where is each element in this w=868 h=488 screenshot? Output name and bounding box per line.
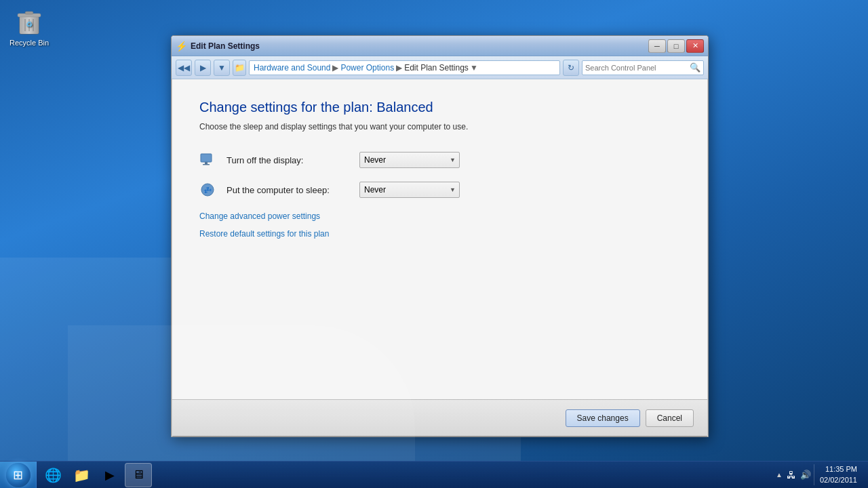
breadcrumb-dropdown[interactable]: ▼	[469, 63, 479, 73]
sleep-label: Put the computer to sleep:	[226, 185, 349, 195]
start-button[interactable]: ⊞	[0, 462, 37, 489]
desktop: ♻ Recycle Bin ⚡ Edit Plan Settings ─ □ ✕	[0, 0, 868, 488]
start-orb: ⊞	[6, 463, 31, 487]
display-icon	[199, 152, 216, 168]
svg-rect-10	[203, 164, 210, 165]
recent-pages-button[interactable]: ▼	[214, 60, 230, 76]
taskbar-ie[interactable]: 🌐	[39, 463, 66, 487]
page-title: Change settings for the plan: Balanced	[199, 100, 680, 115]
page-subtitle: Choose the sleep and display settings th…	[199, 122, 680, 131]
breadcrumb-bar: Hardware and Sound ▶ Power Options ▶ Edi…	[249, 60, 560, 75]
sleep-setting-row: 💤 Put the computer to sleep: 1 minute 2 …	[199, 182, 680, 198]
ie-icon: 🌐	[45, 467, 62, 483]
taskbar-control-panel[interactable]: 🖥	[125, 463, 152, 487]
window-controls: ─ □ ✕	[648, 39, 704, 53]
explorer-icon: 📁	[73, 467, 90, 483]
recycle-bin-label: Recycle Bin	[9, 39, 49, 47]
save-changes-button[interactable]: Save changes	[566, 409, 640, 427]
taskbar-media[interactable]: ▶	[96, 463, 123, 487]
recycle-bin-graphic: ♻	[16, 7, 43, 37]
tray-arrow[interactable]: ▲	[776, 471, 783, 479]
window-footer: Save changes Cancel	[172, 399, 708, 436]
folder-icon: 📁	[233, 60, 246, 76]
links-section: Change advanced power settings Restore d…	[199, 211, 680, 239]
svg-text:💤: 💤	[203, 186, 212, 195]
sleep-icon: 💤	[199, 182, 216, 198]
taskbar-explorer[interactable]: 📁	[68, 463, 95, 487]
display-setting-row: Turn off the display: 1 minute 2 minutes…	[199, 152, 680, 168]
clock-date: 02/02/2011	[820, 475, 857, 485]
minimize-button[interactable]: ─	[648, 39, 666, 53]
display-select-wrapper: 1 minute 2 minutes 5 minutes 10 minutes …	[359, 152, 460, 168]
window-icon: ⚡	[176, 41, 186, 52]
taskbar-apps: 🌐 📁 ▶ 🖥	[37, 462, 155, 488]
search-bar: 🔍	[582, 60, 704, 75]
svg-rect-8	[201, 154, 212, 162]
svg-rect-3	[25, 12, 33, 14]
svg-text:♻: ♻	[26, 20, 33, 28]
display-select[interactable]: 1 minute 2 minutes 5 minutes 10 minutes …	[359, 152, 460, 168]
svg-rect-9	[205, 162, 208, 164]
display-label: Turn off the display:	[226, 155, 349, 165]
search-input[interactable]	[585, 64, 687, 72]
breadcrumb-current: Edit Plan Settings	[404, 63, 469, 73]
cancel-button[interactable]: Cancel	[646, 409, 694, 427]
breadcrumb-sep-1: ▶	[332, 63, 338, 73]
back-button[interactable]: ◀◀	[176, 60, 192, 76]
forward-button[interactable]: ▶	[195, 60, 211, 76]
window-title: Edit Plan Settings	[191, 41, 648, 51]
taskbar: ⊞ 🌐 📁 ▶ 🖥 ▲ 🖧 🔊 11:35 PM	[0, 461, 868, 488]
network-icon: 🖧	[787, 470, 796, 481]
refresh-button[interactable]: ↻	[563, 60, 579, 76]
breadcrumb-sep-2: ▶	[396, 63, 402, 73]
address-bar: ◀◀ ▶ ▼ 📁 Hardware and Sound ▶ Power Opti…	[172, 56, 708, 79]
control-panel-icon: 🖥	[132, 468, 144, 482]
search-icon[interactable]: 🔍	[690, 62, 701, 73]
control-panel-window: ⚡ Edit Plan Settings ─ □ ✕ ◀◀ ▶ ▼ 📁 Hard…	[171, 35, 709, 437]
system-tray: ▲ 🖧 🔊	[776, 470, 811, 481]
title-bar: ⚡ Edit Plan Settings ─ □ ✕	[172, 36, 708, 56]
sleep-select-wrapper: 1 minute 2 minutes 5 minutes 15 minutes …	[359, 182, 460, 198]
media-icon: ▶	[105, 468, 115, 483]
recycle-bin-icon[interactable]: ♻ Recycle Bin	[5, 7, 53, 47]
taskbar-right: ▲ 🖧 🔊 11:35 PM 02/02/2011	[770, 462, 868, 488]
clock[interactable]: 11:35 PM 02/02/2011	[814, 464, 863, 485]
clock-time: 11:35 PM	[820, 464, 857, 474]
maximize-button[interactable]: □	[667, 39, 685, 53]
advanced-settings-link[interactable]: Change advanced power settings	[199, 211, 680, 221]
window-content: Change settings for the plan: Balanced C…	[172, 79, 708, 399]
close-button[interactable]: ✕	[686, 39, 704, 53]
breadcrumb-power[interactable]: Power Options	[340, 63, 394, 73]
sleep-select[interactable]: 1 minute 2 minutes 5 minutes 15 minutes …	[359, 182, 460, 198]
restore-defaults-link[interactable]: Restore default settings for this plan	[199, 229, 680, 239]
volume-icon[interactable]: 🔊	[800, 470, 811, 480]
breadcrumb-hardware[interactable]: Hardware and Sound	[254, 63, 330, 73]
